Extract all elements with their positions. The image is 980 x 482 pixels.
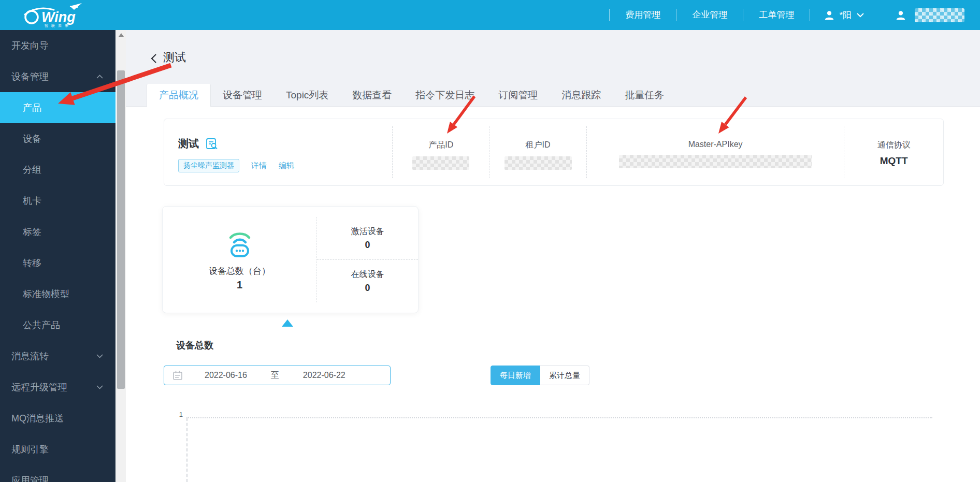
user-icon [895, 9, 906, 21]
online-devices-value: 0 [365, 283, 370, 294]
product-id-label: 产品ID [428, 140, 453, 151]
sidebar-item-tag[interactable]: 标签 [0, 216, 116, 247]
user-menu[interactable]: *阳 [810, 9, 882, 21]
product-id-column: 产品ID [392, 126, 489, 178]
tab-bar: 产品概况 设备管理 Topic列表 数据查看 指令下发日志 订阅管理 消息跟踪 … [147, 84, 676, 107]
chart-gridline-horizontal [186, 417, 932, 418]
sidebar-item-label: 转移 [23, 257, 41, 269]
online-devices-block: 在线设备 0 [317, 260, 418, 302]
device-total-label: 设备总数（台） [209, 265, 270, 277]
sidebar-item-product[interactable]: 产品 [0, 92, 116, 123]
sidebar-item-label: 产品 [23, 101, 41, 114]
tab-command-log[interactable]: 指令下发日志 [403, 84, 486, 107]
master-apikey-column: Master-APIkey [586, 126, 844, 178]
sidebar-item-label: 标签 [23, 226, 41, 238]
daily-new-button[interactable]: 每日新增 [491, 366, 540, 385]
main-content: 测试 产品概况 设备管理 Topic列表 数据查看 指令下发日志 订阅管理 消息… [126, 30, 980, 482]
sidebar-item-group[interactable]: 分组 [0, 154, 116, 185]
sidebar-item-device-mgmt[interactable]: 设备管理 [0, 61, 116, 92]
sidebar-scrollbar[interactable] [116, 30, 126, 482]
edit-link[interactable]: 编辑 [279, 161, 294, 171]
sidebar-item-label: 公共产品 [23, 319, 60, 331]
detail-link[interactable]: 详情 [251, 161, 267, 171]
tab-product-overview[interactable]: 产品概况 [147, 84, 211, 107]
activated-devices-value: 0 [365, 240, 370, 251]
tab-subscription[interactable]: 订阅管理 [486, 84, 550, 107]
tab-data-view[interactable]: 数据查看 [340, 84, 403, 107]
sidebar-item-sim[interactable]: 机卡 [0, 185, 116, 216]
activated-devices-label: 激活设备 [351, 226, 384, 237]
sidebar-item-message-flow[interactable]: 消息流转 [0, 341, 116, 372]
tab-content: 测试 扬尘噪声监测器 详情 编辑 产品ID [126, 107, 980, 482]
product-category-tag: 扬尘噪声监测器 [178, 159, 239, 172]
device-total-block: 设备总数（台） 1 [163, 207, 316, 313]
date-to-input[interactable]: 2022-06-22 [303, 371, 345, 380]
date-from-input[interactable]: 2022-06-16 [205, 371, 247, 380]
product-info-card: 测试 扬尘噪声监测器 详情 编辑 产品ID [164, 119, 944, 186]
master-apikey-value-redacted [619, 155, 812, 168]
tab-device-mgmt[interactable]: 设备管理 [211, 84, 274, 107]
sidebar-item-label: 设备 [23, 133, 41, 145]
sidebar-item-dev-wizard[interactable]: 开发向导 [0, 30, 116, 61]
nav-item-enterprise[interactable]: 企业管理 [676, 0, 743, 30]
product-id-value-redacted [412, 156, 469, 170]
page-header-zone: 测试 产品概况 设备管理 Topic列表 数据查看 指令下发日志 订阅管理 消息… [126, 30, 980, 107]
brand-text: Wing [41, 9, 76, 25]
section-title-device-total: 设备总数 [176, 339, 213, 352]
chevron-left-icon [149, 53, 160, 64]
sidebar-item-label: 远程升级管理 [11, 381, 67, 393]
chevron-down-icon [96, 354, 103, 358]
device-substats: 激活设备 0 在线设备 0 [316, 217, 418, 302]
chevron-down-icon [96, 385, 103, 389]
app-header: Wing 智联未来 费用管理 企业管理 工单管理 *阳 [0, 0, 980, 30]
date-range-separator: 至 [271, 370, 279, 381]
sidebar-item-label: 规则引擎 [11, 443, 49, 456]
date-range-picker[interactable]: 2022-06-16 至 2022-06-22 [164, 366, 391, 385]
activated-devices-block: 激活设备 0 [317, 217, 418, 260]
logo[interactable]: Wing 智联未来 [20, 2, 108, 30]
sidebar-item-public-product[interactable]: 公共产品 [0, 310, 116, 341]
back-button[interactable] [149, 53, 160, 64]
secondary-user-menu[interactable] [882, 8, 969, 22]
sidebar-item-label: 开发向导 [11, 39, 49, 52]
redacted-user-name [915, 8, 964, 22]
product-name: 测试 [178, 137, 199, 151]
device-stats-card: 设备总数（台） 1 激活设备 0 在线设备 0 [162, 206, 419, 313]
sidebar-item-label: 机卡 [23, 195, 41, 207]
sidebar-item-label: 消息流转 [11, 350, 49, 362]
sidebar-item-standard-model[interactable]: 标准物模型 [0, 279, 116, 310]
scrollbar-up-button[interactable] [116, 30, 126, 40]
sidebar-item-transfer[interactable]: 转移 [0, 247, 116, 279]
svg-text:智联未来: 智联未来 [45, 24, 71, 28]
sidebar-item-device[interactable]: 设备 [0, 123, 116, 154]
tab-batch-task[interactable]: 批量任务 [613, 84, 676, 107]
protocol-label: 通信协议 [877, 140, 911, 151]
protocol-value: MQTT [880, 155, 908, 167]
sidebar-item-label: 设备管理 [11, 70, 49, 83]
tab-message-trace[interactable]: 消息跟踪 [550, 84, 613, 107]
cumulative-total-button[interactable]: 累计总量 [540, 366, 589, 385]
tab-topic-list[interactable]: Topic列表 [274, 84, 340, 107]
sidebar-item-app-mgmt[interactable]: 应用管理 [0, 465, 116, 482]
online-devices-label: 在线设备 [351, 269, 384, 280]
chart-axis-vertical [186, 418, 188, 482]
doc-search-icon[interactable] [206, 138, 219, 150]
user-icon [824, 9, 835, 21]
sidebar-item-remote-upgrade[interactable]: 远程升级管理 [0, 372, 116, 403]
sidebar-item-rule-engine[interactable]: 规则引擎 [0, 434, 116, 465]
chart-y-tick: 1 [169, 411, 183, 418]
sidebar-item-label: 分组 [23, 164, 41, 176]
device-router-icon [227, 229, 253, 259]
sidebar-item-label: 应用管理 [11, 474, 49, 482]
chevron-down-icon [857, 13, 864, 18]
tenant-id-column: 租户ID [489, 126, 586, 178]
scrollbar-thumb[interactable] [117, 70, 125, 389]
nav-item-billing[interactable]: 费用管理 [610, 0, 676, 30]
protocol-column: 通信协议 MQTT [844, 126, 943, 178]
chevron-up-icon [96, 75, 103, 79]
sidebar-item-mq-push[interactable]: MQ消息推送 [0, 403, 116, 434]
nav-item-workorder[interactable]: 工单管理 [743, 0, 810, 30]
master-apikey-label: Master-APIkey [688, 140, 743, 149]
card-pointer-triangle [282, 319, 293, 327]
tenant-id-label: 租户ID [526, 140, 551, 151]
